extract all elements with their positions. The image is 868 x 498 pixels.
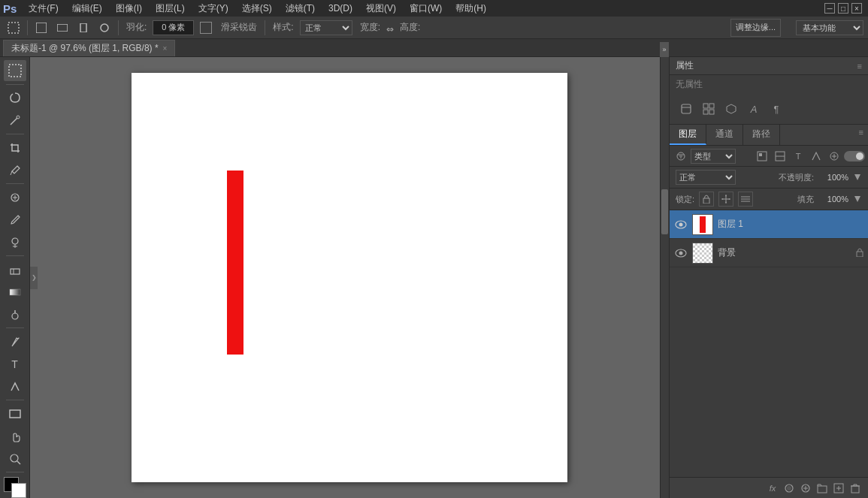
prop-icon-filter[interactable] — [676, 98, 697, 119]
tool-gradient[interactable] — [4, 282, 26, 303]
menu-layer[interactable]: 图层(L) — [150, 1, 191, 17]
layers-bottom-bar: fx — [670, 477, 868, 498]
tab-close-btn[interactable]: × — [163, 44, 168, 53]
layer-bg-visibility[interactable] — [674, 246, 688, 260]
menu-filter[interactable]: 滤镜(T) — [280, 1, 321, 17]
tool-zoom[interactable] — [4, 448, 26, 469]
tab-layers[interactable]: 图层 — [670, 125, 706, 145]
svg-point-53 — [679, 222, 683, 226]
tool-eyedropper[interactable] — [4, 160, 26, 181]
prop-icon-grid[interactable] — [698, 98, 719, 119]
layer-icon-1[interactable] — [754, 148, 770, 164]
prop-icon-paragraph[interactable]: ¶ — [766, 98, 787, 119]
tool-shape-5[interactable] — [95, 19, 113, 37]
svg-rect-23 — [682, 104, 691, 113]
canvas-vscroll[interactable] — [660, 57, 669, 498]
tool-crop[interactable] — [4, 137, 26, 158]
layer-group-btn[interactable] — [814, 480, 830, 496]
layer-fx-btn[interactable]: fx — [764, 480, 781, 496]
menu-file[interactable]: 文件(F) — [23, 1, 64, 17]
layer-bg-thumb — [692, 243, 713, 264]
tab-paths[interactable]: 路径 — [743, 125, 780, 145]
menu-text[interactable]: 文字(Y) — [192, 1, 234, 17]
lock-position-btn[interactable] — [718, 192, 733, 207]
tool-text[interactable]: T — [4, 354, 26, 375]
layer-mask-btn[interactable] — [781, 480, 797, 496]
tab-channels[interactable]: 通道 — [706, 125, 743, 145]
tool-dodge[interactable] — [4, 304, 26, 325]
layer-delete-btn[interactable] — [847, 480, 863, 496]
tool-shape-3[interactable] — [53, 19, 71, 37]
tool-hand[interactable] — [4, 426, 26, 447]
svg-rect-66 — [851, 486, 859, 493]
svg-rect-62 — [818, 486, 827, 493]
fill-expand[interactable] — [853, 192, 862, 207]
layer-type-select[interactable]: 类型 — [691, 149, 736, 164]
document-tab[interactable]: 未标题-1 @ 97.6% (图层 1, RGB/8) * × — [3, 40, 175, 56]
properties-menu-icon[interactable]: ≡ — [857, 62, 862, 71]
tool-pen[interactable] — [4, 331, 26, 352]
layer-1-visibility[interactable] — [674, 218, 688, 231]
layer-icon-5[interactable] — [826, 148, 842, 164]
tool-sep-4 — [6, 255, 24, 256]
color-swatches[interactable] — [4, 477, 26, 498]
maximize-btn[interactable]: □ — [838, 3, 848, 14]
menu-3d[interactable]: 3D(D) — [322, 2, 358, 15]
svg-point-21 — [11, 454, 18, 462]
smooth-checkbox[interactable] — [200, 22, 212, 34]
menu-view[interactable]: 视图(V) — [360, 1, 402, 17]
feather-input[interactable] — [153, 20, 194, 35]
menu-window[interactable]: 窗口(W) — [404, 1, 448, 17]
tool-marquee[interactable] — [4, 60, 26, 81]
tool-clone[interactable] — [4, 232, 26, 253]
layer-filter-icon[interactable] — [673, 148, 689, 164]
style-label: 样式: — [273, 21, 293, 34]
layers-list: 图层 1 背景 — [670, 210, 868, 477]
layers-panel-menu[interactable]: ≡ — [854, 125, 868, 145]
vscroll-thumb[interactable] — [661, 189, 668, 234]
layer-1-thumb — [692, 214, 713, 235]
layer-filter-toggle[interactable] — [844, 151, 865, 161]
tool-path-select[interactable] — [4, 376, 26, 397]
tool-brush[interactable] — [4, 210, 26, 231]
tool-wand[interactable] — [4, 110, 26, 131]
menu-select[interactable]: 选择(S) — [236, 1, 278, 17]
adjust-edges-btn[interactable]: 调整边缘... — [730, 19, 781, 37]
layer-item-bg[interactable]: 背景 — [670, 239, 868, 267]
blend-mode-select[interactable]: 正常 溶解 正片叠底 — [676, 170, 736, 185]
tool-shape-1[interactable] — [5, 19, 23, 37]
right-panel-top-collapse[interactable]: » — [660, 42, 669, 57]
properties-header: 属性 ≡ — [670, 57, 868, 75]
tool-eraser[interactable] — [4, 259, 26, 280]
lock-pixels-btn[interactable] — [699, 192, 714, 207]
menu-edit[interactable]: 编辑(E) — [66, 1, 108, 17]
layer-adj-btn[interactable] — [797, 480, 814, 496]
minimize-btn[interactable]: ─ — [824, 3, 835, 14]
prop-icon-3d[interactable] — [721, 98, 742, 119]
prop-icon-text[interactable]: A — [743, 98, 764, 119]
tool-lasso[interactable] — [4, 88, 26, 109]
svg-point-55 — [679, 251, 683, 255]
style-select[interactable]: 正常 固定比例 固定大小 — [300, 20, 352, 35]
menu-help[interactable]: 帮助(H) — [449, 1, 492, 17]
tool-shape-2[interactable] — [32, 19, 50, 37]
menu-image[interactable]: 图像(I) — [110, 1, 148, 17]
close-btn[interactable]: × — [851, 3, 862, 14]
width-arrows[interactable]: ⇔ — [386, 24, 394, 32]
tool-spot-heal[interactable] — [4, 187, 26, 208]
panel-collapse-handle[interactable]: ❯ — [30, 267, 38, 289]
layers-toolbar: 类型 T — [670, 146, 868, 167]
layer-new-btn[interactable] — [830, 480, 847, 496]
tool-shape-4[interactable] — [74, 19, 92, 37]
layer-icon-2[interactable] — [772, 148, 788, 164]
svg-rect-56 — [857, 252, 863, 257]
lock-all-btn[interactable] — [738, 192, 753, 207]
opacity-expand[interactable] — [853, 170, 862, 185]
bg-color[interactable] — [11, 483, 26, 498]
tool-rectangle[interactable] — [4, 403, 26, 424]
width-label: 宽度: — [360, 21, 380, 34]
layer-item-1[interactable]: 图层 1 — [670, 210, 868, 239]
workspace-select[interactable]: 基本功能 — [796, 20, 863, 35]
layer-icon-3[interactable]: T — [790, 148, 806, 164]
layer-icon-4[interactable] — [808, 148, 824, 164]
